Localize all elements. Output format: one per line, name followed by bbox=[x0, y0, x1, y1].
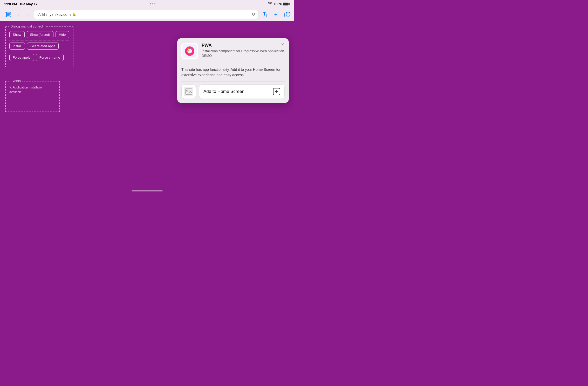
control-row-1: Show Show(forced) Hide bbox=[9, 31, 69, 38]
url-display: khmyznikov.com bbox=[42, 12, 71, 17]
dialog-control-box: Dialog manual control Show Show(forced) … bbox=[5, 26, 73, 67]
pwa-action-row: Add to Home Screen + bbox=[177, 82, 289, 103]
battery-tip bbox=[289, 3, 290, 5]
battery-indicator: 100% bbox=[274, 2, 290, 6]
battery-fill bbox=[283, 3, 288, 5]
pwa-subtitle: Installation component for Progressive W… bbox=[202, 49, 285, 58]
forward-button[interactable]: › bbox=[24, 11, 31, 18]
time-display: 1:28 PM bbox=[4, 2, 17, 6]
pwa-description: This site has app functionality. Add it … bbox=[177, 63, 289, 81]
lock-icon: 🔒 bbox=[72, 12, 76, 16]
address-bar[interactable]: AA khmyznikov.com 🔒 ↺ bbox=[33, 10, 259, 19]
svg-rect-6 bbox=[286, 12, 290, 16]
pwa-install-dialog: PWA Installation component for Progressi… bbox=[177, 38, 289, 103]
control-row-2: Install Get related apps bbox=[9, 43, 69, 50]
show-forced-button[interactable]: Show(forced) bbox=[27, 31, 53, 38]
main-content: Dialog manual control Show Show(forced) … bbox=[0, 21, 294, 193]
force-apple-button[interactable]: Force apple bbox=[9, 54, 34, 61]
hide-button[interactable]: Hide bbox=[56, 31, 69, 38]
pwa-app-icon bbox=[181, 43, 198, 59]
dot-3 bbox=[154, 3, 155, 4]
sidebar-toggle-button[interactable] bbox=[3, 11, 12, 18]
status-bar-left: 1:28 PM Tue May 17 bbox=[4, 2, 37, 6]
events-box-title: Events bbox=[9, 79, 22, 83]
nav-actions: + bbox=[261, 11, 291, 18]
divider-1 bbox=[9, 40, 69, 40]
pwa-title: PWA bbox=[202, 43, 285, 48]
pwa-info: PWA Installation component for Progressi… bbox=[202, 43, 285, 58]
new-tab-button[interactable]: + bbox=[272, 11, 279, 18]
battery-body bbox=[283, 3, 289, 5]
dot-1 bbox=[150, 3, 151, 4]
pwa-close-button[interactable]: × bbox=[279, 41, 286, 47]
add-icon: + bbox=[273, 88, 280, 95]
add-to-home-screen-label: Add to Home Screen bbox=[203, 89, 244, 94]
nav-bar: ‹ › AA khmyznikov.com 🔒 ↺ + bbox=[0, 8, 294, 21]
control-row-3: Force apple Force chrome bbox=[9, 54, 69, 61]
install-button[interactable]: Install bbox=[9, 43, 25, 50]
battery-percent: 100% bbox=[274, 2, 282, 6]
pwa-app-icon-small bbox=[181, 84, 196, 99]
back-button[interactable]: ‹ bbox=[15, 11, 22, 18]
add-to-home-screen-button[interactable]: Add to Home Screen + bbox=[199, 84, 285, 99]
get-related-apps-button[interactable]: Get related apps bbox=[27, 43, 59, 50]
reload-button[interactable]: ↺ bbox=[252, 12, 255, 17]
wifi-icon bbox=[268, 2, 272, 6]
svg-point-17 bbox=[186, 90, 188, 91]
status-bar-center bbox=[150, 3, 155, 4]
sidebar-icon bbox=[5, 12, 11, 17]
donut-icon bbox=[182, 44, 197, 58]
date-display: Tue May 17 bbox=[19, 2, 37, 6]
image-placeholder-icon bbox=[184, 87, 193, 96]
home-indicator bbox=[132, 190, 163, 191]
force-chrome-button[interactable]: Force chrome bbox=[36, 54, 64, 61]
show-button[interactable]: Show bbox=[9, 31, 25, 38]
status-bar: 1:28 PM Tue May 17 100% bbox=[0, 0, 294, 8]
svg-point-10 bbox=[187, 49, 192, 53]
control-box-title: Dialog manual control bbox=[9, 24, 45, 28]
divider-2 bbox=[9, 52, 69, 52]
status-bar-right: 100% bbox=[268, 2, 290, 6]
event-log: >: Application installation available bbox=[9, 85, 56, 94]
tabs-button[interactable] bbox=[284, 11, 291, 18]
pwa-dialog-header: PWA Installation component for Progressi… bbox=[177, 38, 289, 63]
events-box: Events >: Application installation avail… bbox=[5, 81, 60, 112]
dot-2 bbox=[152, 3, 153, 4]
share-button[interactable] bbox=[261, 11, 268, 18]
reader-mode-button[interactable]: AA bbox=[37, 12, 41, 17]
